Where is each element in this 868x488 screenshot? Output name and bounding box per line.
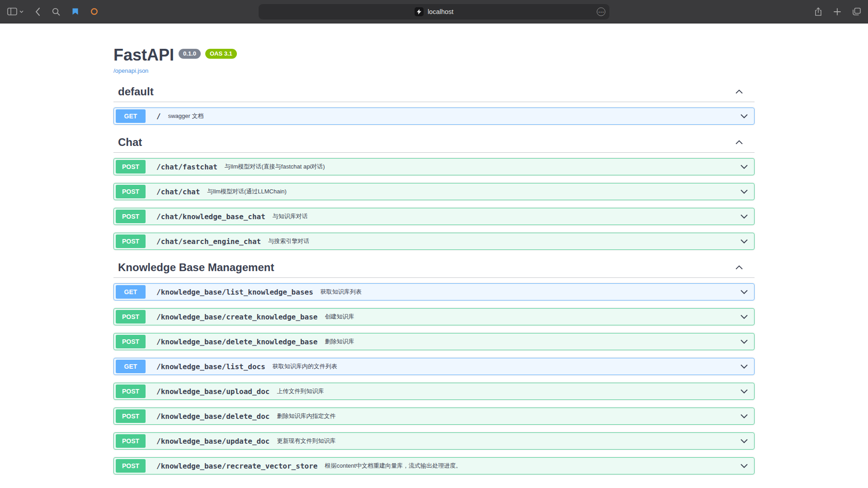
operation-row[interactable]: POST /chat/search_engine_chat 与搜索引擎对话 xyxy=(113,233,755,250)
expand-operation-icon[interactable] xyxy=(740,212,749,221)
operation-row[interactable]: POST /knowledge_base/update_doc 更新现有文件到知… xyxy=(113,432,755,450)
operation-summary: 获取知识库列表 xyxy=(321,288,362,296)
operation-path: / xyxy=(156,112,161,121)
section-title: Knowledge Base Management xyxy=(118,261,274,274)
sidebar-chevron-down-icon[interactable] xyxy=(19,10,24,13)
operation-row[interactable]: POST /knowledge_base/upload_doc 上传文件到知识库 xyxy=(113,383,755,400)
expand-operation-icon[interactable] xyxy=(740,112,749,121)
operation-summary: 根据content中文档重建向量库，流式输出处理进度。 xyxy=(325,462,462,470)
operation-method-badge: GET xyxy=(116,109,146,123)
tab-overview-button[interactable] xyxy=(853,8,861,15)
operation-method-badge: GET xyxy=(116,285,146,299)
operation-summary: 与知识库对话 xyxy=(273,212,308,221)
operation-method-badge: POST xyxy=(116,385,146,398)
collapse-section-icon[interactable] xyxy=(735,138,744,147)
new-tab-button[interactable] xyxy=(834,8,841,15)
expand-operation-icon[interactable] xyxy=(740,362,749,371)
operation-path: /knowledge_base/list_docs xyxy=(156,362,265,371)
expand-operation-icon[interactable] xyxy=(740,461,749,470)
api-section: Chat POST /chat/fastchat 与llm模型对话(直接与fas… xyxy=(113,132,755,250)
operation-path: /knowledge_base/list_knowledge_bases xyxy=(156,288,313,296)
expand-operation-icon[interactable] xyxy=(740,337,749,346)
swagger-ui: FastAPI 0.1.0 OAS 3.1 /openapi.json defa… xyxy=(113,23,755,474)
collapse-section-icon[interactable] xyxy=(735,87,744,96)
browser-viewport: FastAPI 0.1.0 OAS 3.1 /openapi.json defa… xyxy=(0,23,868,488)
operation-path: /knowledge_base/delete_knowledge_base xyxy=(156,338,317,346)
section-operations: POST /chat/fastchat 与llm模型对话(直接与fastchat… xyxy=(113,153,755,250)
api-info: FastAPI 0.1.0 OAS 3.1 /openapi.json xyxy=(113,45,755,75)
operation-method-badge: POST xyxy=(116,210,146,223)
operation-path: /knowledge_base/create_knowledge_base xyxy=(156,313,317,321)
version-badge: 0.1.0 xyxy=(179,49,201,59)
operation-method-badge: POST xyxy=(116,335,146,348)
expand-operation-icon[interactable] xyxy=(740,237,749,246)
url-text: localhost xyxy=(428,8,453,15)
operation-summary: 获取知识库内的文件列表 xyxy=(273,362,337,371)
section-header[interactable]: default xyxy=(113,82,755,102)
api-section: default GET / swagger 文档 xyxy=(113,82,755,125)
operation-row[interactable]: POST /knowledge_base/create_knowledge_ba… xyxy=(113,308,755,325)
blue-flag-extension-icon[interactable] xyxy=(72,8,79,15)
operation-row[interactable]: POST /chat/fastchat 与llm模型对话(直接与fastchat… xyxy=(113,158,755,175)
section-header[interactable]: Knowledge Base Management xyxy=(113,258,755,278)
operation-path: /chat/chat xyxy=(156,188,200,196)
operation-path: /chat/fastchat xyxy=(156,163,217,171)
browser-toolbar: localhost ⋯ xyxy=(0,0,868,23)
expand-operation-icon[interactable] xyxy=(740,162,749,171)
operation-summary: 与搜索引擎对话 xyxy=(268,237,309,245)
share-button[interactable] xyxy=(815,7,822,16)
operation-summary: 上传文件到知识库 xyxy=(277,387,324,395)
operation-row[interactable]: POST /knowledge_base/recreate_vector_sto… xyxy=(113,457,755,474)
page-settings-icon[interactable]: ⋯ xyxy=(597,7,605,16)
operation-row[interactable]: POST /knowledge_base/delete_knowledge_ba… xyxy=(113,333,755,350)
operation-path: /chat/search_engine_chat xyxy=(156,237,261,246)
site-favicon xyxy=(415,7,424,16)
operation-path: /knowledge_base/update_doc xyxy=(156,437,269,446)
expand-operation-icon[interactable] xyxy=(740,312,749,321)
api-section: Knowledge Base Management GET /knowledge… xyxy=(113,258,755,474)
expand-operation-icon[interactable] xyxy=(740,187,749,196)
operation-summary: 更新现有文件到知识库 xyxy=(277,437,335,445)
operation-path: /knowledge_base/upload_doc xyxy=(156,387,269,396)
operation-row[interactable]: POST /chat/knowledge_base_chat 与知识库对话 xyxy=(113,208,755,225)
operation-method-badge: POST xyxy=(116,185,146,198)
api-title: FastAPI 0.1.0 OAS 3.1 xyxy=(113,45,755,65)
section-operations: GET /knowledge_base/list_knowledge_bases… xyxy=(113,278,755,474)
oas-badge: OAS 3.1 xyxy=(205,49,237,59)
operation-summary: 删除知识库 xyxy=(325,338,354,346)
search-icon[interactable] xyxy=(52,8,60,16)
address-bar[interactable]: localhost ⋯ xyxy=(259,4,609,19)
operation-method-badge: POST xyxy=(116,235,146,248)
sidebar-toggle-button[interactable] xyxy=(7,8,17,15)
operation-row[interactable]: POST /knowledge_base/delete_doc 删除知识库内指定… xyxy=(113,408,755,425)
operation-method-badge: POST xyxy=(116,434,146,448)
openapi-spec-link[interactable]: /openapi.json xyxy=(113,67,148,74)
orange-circle-extension-icon[interactable] xyxy=(90,8,98,15)
operation-summary: 删除知识库内指定文件 xyxy=(277,412,335,420)
expand-operation-icon[interactable] xyxy=(740,387,749,396)
sections: default GET / swagger 文档 Chat POST /chat… xyxy=(113,82,755,474)
section-operations: GET / swagger 文档 xyxy=(113,102,755,125)
operation-method-badge: POST xyxy=(116,160,146,174)
api-title-text: FastAPI xyxy=(113,45,174,65)
expand-operation-icon[interactable] xyxy=(740,436,749,446)
operation-method-badge: GET xyxy=(116,360,146,373)
operation-row[interactable]: POST /chat/chat 与llm模型对话(通过LLMChain) xyxy=(113,183,755,200)
operation-method-badge: POST xyxy=(116,310,146,324)
expand-operation-icon[interactable] xyxy=(740,412,749,421)
operation-method-badge: POST xyxy=(116,409,146,423)
operation-path: /knowledge_base/delete_doc xyxy=(156,412,269,421)
back-button[interactable] xyxy=(35,8,40,16)
section-title: default xyxy=(118,85,154,99)
operation-path: /knowledge_base/recreate_vector_store xyxy=(156,462,317,470)
operation-row[interactable]: GET /knowledge_base/list_knowledge_bases… xyxy=(113,283,755,300)
operation-summary: 与llm模型对话(直接与fastchat api对话) xyxy=(225,163,325,171)
operation-path: /chat/knowledge_base_chat xyxy=(156,212,265,221)
operation-row[interactable]: GET / swagger 文档 xyxy=(113,108,755,125)
collapse-section-icon[interactable] xyxy=(735,263,744,272)
section-header[interactable]: Chat xyxy=(113,132,755,153)
expand-operation-icon[interactable] xyxy=(740,287,749,296)
operation-summary: 与llm模型对话(通过LLMChain) xyxy=(207,188,287,196)
operation-row[interactable]: GET /knowledge_base/list_docs 获取知识库内的文件列… xyxy=(113,358,755,375)
operation-summary: 创建知识库 xyxy=(325,313,354,321)
